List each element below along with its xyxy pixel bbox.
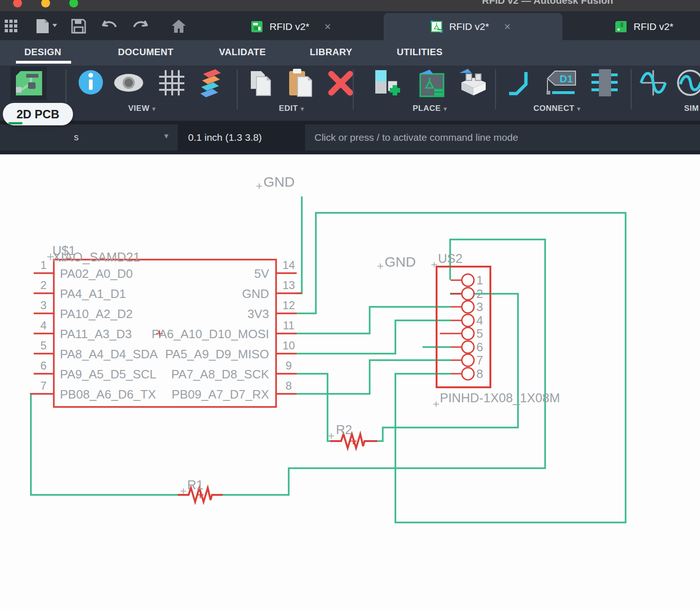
net-class-dropdown[interactable]: s ▼ 2D PCB: [0, 124, 178, 151]
chevron-down-icon: ▾: [444, 105, 447, 112]
u1-pin-number: 6: [40, 359, 46, 372]
edit-group-label[interactable]: EDIT▾: [279, 104, 304, 113]
save-icon: [71, 19, 86, 34]
add-part-button[interactable]: [374, 68, 403, 100]
u1-pin-label: PA10_A2_D2: [60, 307, 133, 321]
delete-button[interactable]: [328, 70, 354, 98]
schematic-sheet[interactable]: U$1 XIAO_SAMD21 1 2 3 4 5 6 7 PA02_A0_D0…: [0, 154, 700, 609]
simulate-wave-button[interactable]: [639, 69, 667, 98]
draw-wire-button[interactable]: [508, 70, 535, 98]
grid-settings-button[interactable]: [158, 69, 185, 98]
add-part-icon: [374, 68, 403, 98]
close-tab-icon[interactable]: ×: [501, 21, 513, 32]
document-tab-schematic[interactable]: RFID v2* ×: [384, 13, 562, 40]
component-r1-resistor[interactable]: R1: [178, 478, 223, 502]
gnd-label-mid[interactable]: GND: [378, 254, 416, 269]
undo-button[interactable]: [100, 17, 119, 36]
wire-r1-to-us2pin1[interactable]: [223, 239, 545, 495]
schematic-canvas[interactable]: U$1 XIAO_SAMD21 1 2 3 4 5 6 7 PA02_A0_D0…: [0, 154, 700, 609]
us2-pin-number: 6: [476, 340, 483, 354]
tool-icon-row: SWITCH▾: [0, 65, 700, 121]
command-line-input[interactable]: [305, 124, 700, 151]
component-info-button[interactable]: [78, 69, 104, 97]
wire-miso-to-us2pin4[interactable]: [297, 320, 451, 354]
gnd-text: GND: [263, 174, 295, 189]
app-grid-button[interactable]: [2, 17, 21, 36]
copy-button[interactable]: [249, 70, 275, 98]
ribbon-tab-library[interactable]: LIBRARY: [310, 47, 352, 58]
chevron-down-icon: ▾: [152, 105, 155, 112]
sim-group-label[interactable]: SIM: [684, 104, 699, 113]
toolbar-separator: [353, 69, 354, 109]
component-r2-resistor[interactable]: R2: [328, 423, 377, 448]
component-u1-xiao-samd21[interactable]: U$1 XIAO_SAMD21 1 2 3 4 5 6 7 PA02_A0_D0…: [30, 244, 302, 407]
place-group-label[interactable]: PLACE▾: [413, 104, 447, 113]
view-group-label[interactable]: VIEW▾: [128, 104, 155, 113]
u1-pin-number: 4: [40, 319, 46, 332]
minimize-window-button[interactable]: [41, 0, 50, 7]
ribbon-menu: DESIGN DOCUMENT VALIDATE LIBRARY UTILITI…: [0, 40, 700, 65]
command-bar: s ▼ 2D PCB 0.1 inch (1.3 3.8): [0, 121, 700, 154]
ribbon-tab-utilities[interactable]: UTILITIES: [397, 47, 443, 58]
wire-r2-to-sck[interactable]: [297, 374, 330, 441]
close-tab-icon[interactable]: ×: [321, 21, 334, 32]
switch-to-board-button[interactable]: [14, 69, 44, 99]
gnd-label-top[interactable]: GND: [256, 174, 295, 189]
layers-button[interactable]: [197, 68, 226, 99]
u1-pin-label: 5V: [254, 267, 269, 281]
zoom-window-button[interactable]: [69, 0, 78, 7]
u1-pin-number: 10: [283, 339, 295, 352]
eye-visibility-button[interactable]: [113, 73, 144, 94]
toolbar-separator: [495, 69, 496, 109]
toolbar-separator: [631, 69, 632, 109]
wire-gnd-to-pin13[interactable]: [297, 196, 302, 293]
place-block-button[interactable]: [459, 68, 489, 100]
wire-us2pin2-to-r2[interactable]: [377, 294, 518, 441]
u1-pin-label: PA02_A0_D0: [60, 267, 133, 281]
us2-value-origin-cross: [433, 401, 439, 407]
u1-pin-number: 5: [40, 339, 46, 352]
pcb-board-icon: [14, 69, 44, 97]
sine-source-icon: [677, 69, 700, 96]
new-document-button[interactable]: [34, 17, 60, 36]
place-ic-button[interactable]: [591, 68, 619, 100]
u1-pin-label: 3V3: [248, 307, 269, 321]
net-label-button[interactable]: D1: [547, 69, 578, 98]
sine-wave-icon: [639, 69, 667, 96]
chevron-down-icon: ▾: [577, 105, 581, 112]
u1-pin-label: PA5_A9_D9_MISO: [165, 347, 269, 361]
window-title: RFID v2 — Autodesk Fusion: [482, 0, 613, 6]
save-button[interactable]: [69, 17, 88, 36]
redo-button[interactable]: [131, 17, 150, 36]
document-tab-board-2[interactable]: RFID v2*: [565, 13, 700, 40]
close-window-button[interactable]: [13, 0, 22, 7]
u1-pin-label: GND: [242, 287, 269, 301]
wire-icon: [508, 70, 535, 96]
document-tab-board-1[interactable]: RFID v2* ×: [220, 13, 379, 40]
simulate-source-button[interactable]: [677, 69, 700, 98]
u1-pin-number: 14: [283, 259, 295, 271]
gnd-text: GND: [385, 254, 416, 269]
ribbon-tab-document[interactable]: DOCUMENT: [118, 47, 174, 58]
ribbon-tab-validate[interactable]: VALIDATE: [219, 47, 266, 58]
toolbar-separator: [237, 69, 238, 109]
ribbon-tab-design[interactable]: DESIGN: [24, 47, 61, 58]
us2-refdes: US2: [438, 252, 463, 266]
place-device-button[interactable]: [416, 68, 446, 100]
wire-r1-to-pin7[interactable]: [31, 394, 178, 495]
us2-pin-number: 3: [476, 300, 483, 314]
u1-pin-number: 3: [40, 299, 46, 312]
board-document-icon: [615, 21, 627, 33]
home-button[interactable]: [169, 17, 188, 36]
r2-origin-cross: [328, 433, 334, 439]
connect-group-label[interactable]: CONNECT▾: [533, 104, 581, 113]
u1-pin-number: 13: [283, 279, 295, 291]
active-ribbon-underline: [16, 61, 71, 64]
paste-button[interactable]: [287, 68, 315, 99]
net-label-icon: D1: [547, 69, 578, 96]
wire-rx-to-us2pin7[interactable]: [297, 360, 451, 394]
u1-pin-label: PB09_A7_D7_RX: [172, 387, 269, 401]
us2-pin-number: 1: [476, 273, 483, 287]
us2-pin-number: 5: [476, 326, 483, 341]
new-document-icon: [36, 18, 58, 34]
